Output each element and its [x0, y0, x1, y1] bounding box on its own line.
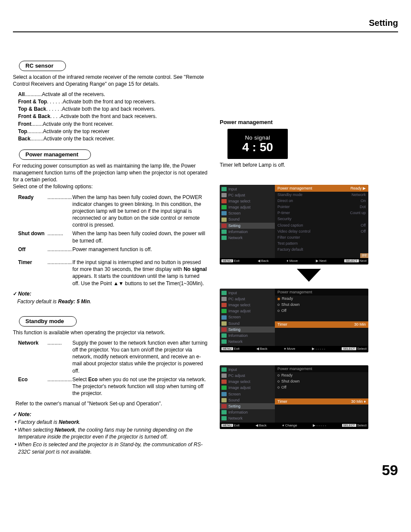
content-columns: RC sensor Select a location of the infra… [13, 58, 398, 456]
menu-icon [221, 416, 227, 420]
note-item: • Factory default is Network. [15, 419, 208, 426]
menu-row: Security [275, 216, 368, 222]
option-dots: ............ [25, 91, 42, 98]
menu-icon [221, 297, 227, 301]
menu-side-item: Image select [220, 302, 275, 308]
menu-side-item: Setting [220, 223, 275, 229]
menu-icon [221, 321, 227, 326]
menu-side-item: Sound [220, 320, 275, 327]
no-signal-time: 4 : 50 [242, 141, 273, 153]
menu-side-item: Input [220, 186, 275, 192]
menu-screenshot-3: InputPC adjustImage selectImage adjustSc… [220, 365, 368, 429]
menu-row: Filter counter [275, 234, 368, 240]
option-desc: Activate only the top receiver [43, 128, 109, 135]
menu-side-item: Setting [220, 403, 275, 409]
menu-option: Off [275, 308, 368, 314]
option-desc: Activate all of the receivers. [42, 91, 105, 98]
option-row: Front & Back . . . .Activate both the fr… [18, 113, 208, 120]
standby-refer: Refer to the owner's manual of "Network … [16, 400, 208, 407]
menu-side-item: Image select [220, 198, 275, 204]
menu-side-item: Network [220, 339, 275, 345]
menu-icon [221, 224, 227, 228]
timer-row: Timer30 Min [275, 321, 368, 327]
menu-icon [221, 218, 227, 222]
menu-side-item: PC adjust [220, 192, 275, 198]
menu-row: Video delay controlOff [275, 228, 368, 234]
standby-defs: Network..........Supply the power to the… [18, 339, 208, 397]
option-term: All [18, 91, 25, 98]
def-row: Off........................Power managem… [18, 246, 208, 253]
option-dots: . . . . . . [47, 98, 63, 105]
def-row: Ready..................When the lamp has… [18, 194, 208, 229]
option-row: Top & Back . . . . . .Activate both the … [18, 106, 208, 112]
menu-icon [221, 410, 227, 414]
menu-row: Standby modeNetwork [275, 192, 368, 198]
menu-side-item: Information [220, 409, 275, 415]
option-desc: Activate both the front and back receive… [60, 113, 157, 120]
menu-footer: MENUExit◀ Back♦ Move▶ NextSELECTNext [220, 258, 368, 264]
power-mgmt-intro: For reducing power consumption as well a… [13, 162, 208, 190]
rc-sensor-intro: Select a location of the infrared remote… [13, 74, 208, 87]
menu-icon [221, 315, 227, 320]
menu-side-item: Screen [220, 314, 275, 320]
def-desc: Select Eco when you do not use the proje… [72, 376, 208, 397]
menu-side-item: Information [220, 229, 275, 235]
menu-title: Power management [275, 289, 368, 296]
menu-side-item: Sound [220, 216, 275, 222]
page-header: Setting [13, 17, 398, 32]
option-desc: Activate both the top and back receivers… [62, 106, 156, 112]
page-number: 59 [13, 460, 398, 480]
page-tag: 2/2 [360, 253, 368, 258]
def-desc: When the lamp has been fully cooled down… [72, 230, 208, 244]
menu-icon [221, 367, 227, 372]
standby-note-head: ✓Note: [13, 411, 208, 418]
menu-row: Factory default [275, 246, 368, 252]
menu-icon [221, 333, 227, 338]
def-dots: .................. [47, 194, 72, 201]
menu-side-item: Image adjust [220, 204, 275, 210]
standby-notes: • Factory default is Network.• When sele… [13, 419, 208, 455]
option-dots: . . . . [50, 113, 60, 120]
option-term: Front & Top [18, 98, 47, 105]
def-desc: Supply the power to the network function… [72, 339, 208, 374]
menu-side-item: Input [220, 367, 275, 373]
menu-side-item: Sound [220, 397, 275, 403]
left-column: RC sensor Select a location of the infra… [13, 58, 208, 456]
menu-icon [221, 199, 227, 203]
standby-heading: Standby mode [19, 316, 77, 327]
menu-row: Test pattern [275, 240, 368, 246]
no-signal-caption: Timer left before Lamp is off. [220, 162, 398, 168]
menu-row: Direct onOn [275, 198, 368, 204]
menu-sidebar: InputPC adjustImage selectImage adjustSc… [220, 289, 275, 346]
def-desc: When the lamp has been fully cooled down… [72, 194, 208, 229]
menu-main: Power managementReadyShut downOffTimer30… [275, 289, 368, 346]
menu-screenshot-1: InputPC adjustImage selectImage adjustSc… [220, 185, 368, 264]
def-dots: .......... [47, 339, 72, 346]
menu-icon [221, 211, 227, 215]
pm-note-head: ✓Note: [13, 290, 208, 297]
menu-sidebar: InputPC adjustImage selectImage adjustSc… [220, 365, 275, 423]
def-desc: If the input signal is interrupted and n… [72, 259, 208, 287]
menu-icon [221, 339, 227, 344]
def-row: Timer....................If the input si… [18, 259, 208, 287]
option-term: Top [18, 128, 27, 135]
option-term: Front [18, 121, 31, 128]
menu-footer: MENUExit◀ Back♦ Move▶ - - - - -SELECTSel… [220, 346, 368, 352]
def-dots: ........... [47, 230, 72, 237]
option-desc: Activate only the back receiver. [44, 135, 115, 142]
option-row: Front........ Activate only the front re… [18, 121, 208, 128]
menu-main: Power managementReady ▶Standby modeNetwo… [275, 185, 368, 258]
option-desc: Activate only the front receiver. [43, 121, 113, 128]
option-row: Front & Top . . . . . .Activate both the… [18, 98, 208, 105]
standby-intro: This function is available when operatin… [13, 329, 208, 336]
def-term: Off [18, 246, 47, 253]
def-desc: Power management function is off. [72, 246, 208, 253]
menu-icon [221, 380, 227, 384]
note-item: • When Eco is selected and the projector… [15, 441, 208, 455]
menu-row: PointerDot [275, 204, 368, 210]
menu-side-item: Setting [220, 327, 275, 333]
option-dots: ......... [31, 135, 44, 142]
menu-icon [221, 236, 227, 240]
menu-side-item: Image select [220, 379, 275, 385]
menu-screenshot-2: InputPC adjustImage selectImage adjustSc… [220, 289, 368, 352]
